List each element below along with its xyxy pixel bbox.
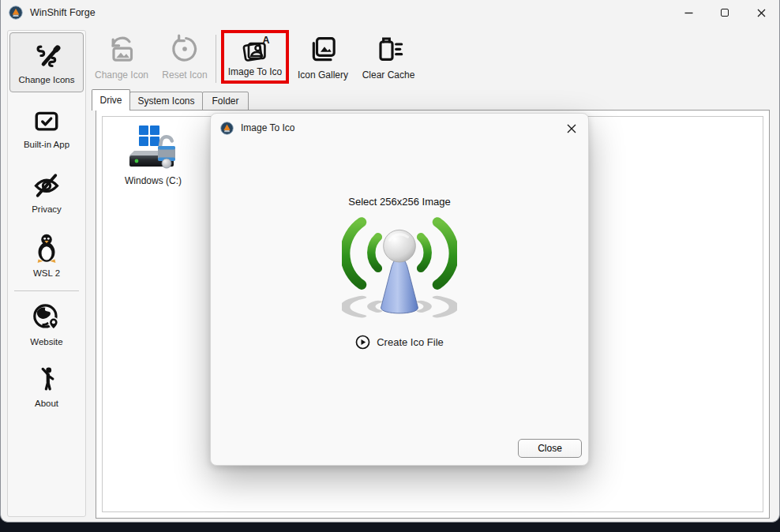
checkbox-icon <box>32 108 61 135</box>
reset-arrow-icon <box>169 33 201 65</box>
sidebar-item-built-in-app[interactable]: Built-in App <box>8 108 85 149</box>
tab-label: System Icons <box>137 96 194 107</box>
globe-pin-icon <box>32 302 62 332</box>
penguin-icon <box>32 232 62 264</box>
sidebar: Change Icons Built-in App Privacy <box>7 30 86 517</box>
toolbar-button-icon-gallery[interactable]: Icon Gallery <box>295 33 351 82</box>
dialog-close-icon[interactable] <box>563 120 580 137</box>
window-title: WinShift Forge <box>30 7 96 18</box>
image-to-ico-dialog: Image To Ico Select 256x256 Image <box>210 113 589 466</box>
maximize-icon[interactable] <box>707 0 743 25</box>
eye-slash-icon <box>32 171 62 200</box>
toolbar-divider <box>216 35 216 83</box>
svg-text:A: A <box>263 35 270 46</box>
minimize-icon[interactable] <box>670 0 707 25</box>
toolbar-button-image-to-ico[interactable]: A Image To Ico <box>224 35 286 79</box>
sidebar-item-privacy[interactable]: Privacy <box>8 171 85 214</box>
dialog-titlebar: Image To Ico <box>211 114 588 142</box>
image-a-icon: A <box>239 35 271 65</box>
titlebar: WinShift Forge <box>1 0 779 25</box>
person-wave-icon <box>32 364 61 394</box>
toolbar-button-reset-icon[interactable]: Reset Icon <box>159 33 211 82</box>
toolbar-button-label: Change Icon <box>95 69 148 81</box>
drive-item-label: Windows (C:) <box>125 175 182 186</box>
dialog-close-button[interactable]: Close <box>518 439 582 458</box>
drive-item-windows-c[interactable]: Windows (C:) <box>114 122 193 186</box>
toolbar-button-label: Icon Gallery <box>298 69 348 81</box>
create-ico-file-label: Create Ico File <box>377 336 444 348</box>
play-circle-icon <box>355 335 370 350</box>
sidebar-item-label: Built-in App <box>24 140 69 149</box>
tab-system-icons[interactable]: System Icons <box>129 92 203 111</box>
app-logo-icon <box>220 122 234 135</box>
desktop-background-strip <box>0 523 780 532</box>
sidebar-item-about[interactable]: About <box>8 364 85 408</box>
toolbar-button-label: Clear Cache <box>362 69 415 81</box>
tab-drive[interactable]: Drive <box>92 89 130 111</box>
sidebar-item-label: About <box>35 399 58 408</box>
tab-folder[interactable]: Folder <box>202 92 249 111</box>
window-controls <box>670 0 779 25</box>
toolbar-button-label: Reset Icon <box>162 69 207 81</box>
sidebar-item-label: Change Icons <box>19 75 75 84</box>
photo-stack-icon <box>307 33 339 65</box>
windows-drive-unlocked-icon <box>126 122 180 170</box>
tab-label: Drive <box>99 95 122 106</box>
pencil-scribble-icon <box>32 41 62 71</box>
sidebar-divider <box>14 290 79 291</box>
dialog-prompt-text: Select 256x256 Image <box>211 196 588 208</box>
toolbar-button-clear-cache[interactable]: Clear Cache <box>359 33 418 82</box>
dialog-title: Image To Ico <box>241 122 294 133</box>
sidebar-item-label: Privacy <box>32 204 62 214</box>
close-icon[interactable] <box>743 0 779 25</box>
create-ico-file-button[interactable]: Create Ico File <box>211 335 588 350</box>
toolbar-button-label: Image To Ico <box>228 66 282 77</box>
sidebar-item-website[interactable]: Website <box>8 302 85 347</box>
trash-lines-icon <box>373 33 404 65</box>
app-window: WinShift Forge Change Icons <box>0 0 780 523</box>
tab-label: Folder <box>212 96 238 107</box>
app-logo-icon <box>9 6 23 20</box>
image-undo-icon <box>106 33 137 65</box>
sidebar-item-label: Website <box>30 337 62 347</box>
sidebar-item-label: WSL 2 <box>33 268 60 278</box>
wireless-beacon-icon <box>342 217 457 326</box>
sidebar-item-wsl2[interactable]: WSL 2 <box>8 232 85 278</box>
sidebar-item-change-icons[interactable]: Change Icons <box>9 32 84 92</box>
toolbar-button-change-icon[interactable]: Change Icon <box>95 33 148 82</box>
highlight-red-box: A Image To Ico <box>221 30 289 84</box>
